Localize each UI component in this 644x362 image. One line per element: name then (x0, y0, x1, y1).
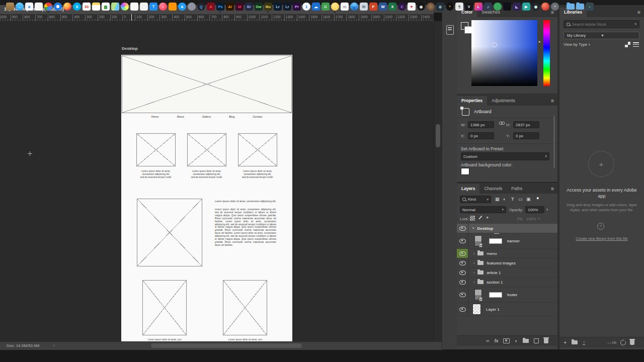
tab-paths[interactable]: Paths (507, 184, 527, 194)
dock-app-store-icon[interactable]: A (178, 3, 186, 11)
ruler-horizontal[interactable]: 1000900800700600500400300200100010020030… (0, 14, 434, 22)
dock-firefox-icon[interactable] (63, 3, 71, 11)
dock-lightroom-classic-icon[interactable]: Lr (283, 3, 291, 11)
dock-muse-icon[interactable]: Mu (264, 3, 272, 11)
dock-folder-1[interactable] (567, 4, 575, 10)
dock-textedit-icon[interactable] (140, 3, 148, 11)
delete-library-icon[interactable] (630, 340, 634, 345)
dock-onedrive-icon[interactable]: ☁ (312, 3, 320, 11)
dock-excel-icon[interactable]: X (388, 3, 396, 11)
dock-notes-icon[interactable] (92, 3, 100, 11)
dock-red-ball-icon[interactable] (541, 3, 549, 11)
visibility-toggle[interactable] (457, 233, 468, 248)
dock-obs-icon[interactable]: ◉ (532, 3, 540, 11)
dock-camera-dark-icon[interactable]: ◉ (436, 3, 444, 11)
dock-powerpoint-icon[interactable]: P (369, 3, 377, 11)
visibility-toggle[interactable] (457, 258, 468, 267)
help-icon[interactable]: ? (597, 223, 604, 230)
color-field-cursor[interactable] (492, 42, 497, 47)
opacity-input[interactable]: 100% (525, 206, 544, 213)
lock-image-pixels-icon[interactable] (478, 215, 482, 219)
artboard[interactable]: HomeAboutGalleryBlogContact Lorem ipsum … (121, 55, 292, 341)
hue-slider-arrow[interactable]: ▸ (539, 40, 541, 44)
visibility-toggle[interactable] (457, 303, 468, 316)
visibility-toggle[interactable] (457, 268, 468, 277)
panel-menu-icon[interactable]: ≡ (551, 187, 554, 191)
add-asset-icon[interactable]: + (564, 340, 567, 345)
dock-word-icon[interactable]: W (379, 3, 387, 11)
link-layers-icon[interactable]: ∞ (486, 338, 489, 343)
layer-row-article-1[interactable]: ›article 1 (457, 268, 557, 278)
hue-slider[interactable] (543, 20, 550, 86)
dock-outlook-icon[interactable]: o (25, 3, 33, 11)
dock-premiere-icon[interactable]: Pr (293, 3, 301, 11)
library-search-input[interactable]: Search Adobe Stock ▾ (564, 20, 639, 28)
vertical-scrollbar[interactable] (434, 21, 442, 341)
layer-row-layer-1[interactable]: Layer 1 (457, 303, 557, 316)
sync-icon[interactable] (620, 340, 626, 345)
layer-row-menu[interactable]: ›menu (457, 249, 557, 258)
dock-notebook-icon[interactable] (6, 3, 14, 11)
new-group-icon[interactable] (523, 339, 529, 343)
dock-folder-2[interactable] (576, 4, 584, 10)
visibility-toggle[interactable] (457, 249, 468, 258)
dock-keynote-icon[interactable]: ⊤ (149, 3, 157, 11)
layer-style-icon[interactable]: fx (494, 338, 498, 343)
dock-meditation-icon[interactable] (503, 3, 511, 11)
canvas[interactable]: Desktop HomeAboutGalleryBlogContact Lore… (0, 21, 434, 341)
add-layer-mask-icon[interactable] (503, 338, 510, 343)
dock-preview-icon[interactable] (35, 3, 43, 11)
layer-filter-select[interactable]: Kind▾ (460, 196, 491, 203)
dock-lightroom-icon[interactable]: Lr (274, 3, 282, 11)
dock-dark-ring-icon[interactable]: ◉ (417, 3, 425, 11)
dock-bridge-icon[interactable]: Br (245, 3, 253, 11)
dock-v-app-icon[interactable]: V (465, 3, 473, 11)
new-layer-icon[interactable] (534, 338, 539, 343)
filter-pixel-layers-icon[interactable]: ▦ (495, 197, 500, 202)
dock-books-icon[interactable] (169, 3, 177, 11)
dock-calendar-icon[interactable]: 30 (83, 3, 91, 11)
chevron-down-icon[interactable]: ▾ (472, 226, 474, 230)
layer-row-featured-images[interactable]: ›featured images (457, 258, 557, 268)
delete-layer-icon[interactable] (544, 338, 548, 343)
dock-white-shape-icon[interactable]: m (341, 3, 349, 11)
dock-charts-icon[interactable]: ▆ (102, 3, 110, 11)
lock-transparent-pixels-icon[interactable] (470, 216, 475, 221)
opacity-chevron-icon[interactable]: ▾ (546, 208, 548, 212)
lock-position-icon[interactable]: + (486, 215, 489, 220)
tab-channels[interactable]: Channels (479, 184, 507, 194)
view-by-type-dropdown[interactable]: View by Type ▾ (564, 42, 590, 47)
chevron-right-icon[interactable]: › (473, 281, 474, 284)
dock-pilcrow-app-icon[interactable]: ¶ (455, 3, 463, 11)
dock-maps-icon[interactable] (111, 3, 119, 11)
height-input[interactable]: 2837 px (513, 121, 539, 128)
dock-one-app-icon[interactable]: 1 (302, 3, 310, 11)
dock-quicktime-icon[interactable]: Q (197, 3, 205, 11)
chevron-right-icon[interactable]: › (473, 261, 474, 265)
y-input[interactable]: 0 px (513, 132, 539, 139)
library-select[interactable]: My Library ▾ (564, 32, 639, 39)
blend-mode-select[interactable]: Normal▾ (460, 206, 506, 213)
artboard-title[interactable]: Desktop (122, 46, 138, 51)
dock-itunes-icon[interactable]: ♪ (159, 3, 167, 11)
tab-layers[interactable]: Layers (457, 184, 479, 194)
filter-adjustment-layers-icon[interactable]: ◐ (503, 197, 506, 202)
dock-purple-n-icon[interactable]: ◣ (513, 3, 521, 11)
add-asset-dashed-circle[interactable]: + (588, 151, 614, 177)
vertical-scrollbar-thumb[interactable] (436, 124, 440, 147)
visibility-toggle[interactable] (457, 278, 468, 287)
visibility-toggle[interactable] (457, 287, 468, 302)
chevron-right-icon[interactable]: › (473, 271, 474, 275)
layer-row-section-1[interactable]: ›section 1 (457, 278, 557, 287)
dock-spark-dark-icon[interactable]: * (446, 3, 454, 11)
new-library-folder-icon[interactable] (572, 340, 578, 344)
panel-menu-icon[interactable]: ≡ (551, 11, 554, 15)
tab-adjustments[interactable]: Adjustments (487, 96, 520, 106)
dock-safari-icon[interactable] (54, 3, 62, 11)
dock-dreamweaver-icon[interactable]: Dw (255, 3, 263, 11)
preset-select[interactable]: Custom▾ (461, 152, 549, 160)
link-dimensions-icon[interactable] (499, 122, 504, 125)
adjustment-layer-icon[interactable]: ◐ (515, 338, 517, 343)
properties-scrollbar-thumb[interactable] (553, 116, 555, 168)
width-input[interactable]: 1366 px (468, 121, 494, 128)
